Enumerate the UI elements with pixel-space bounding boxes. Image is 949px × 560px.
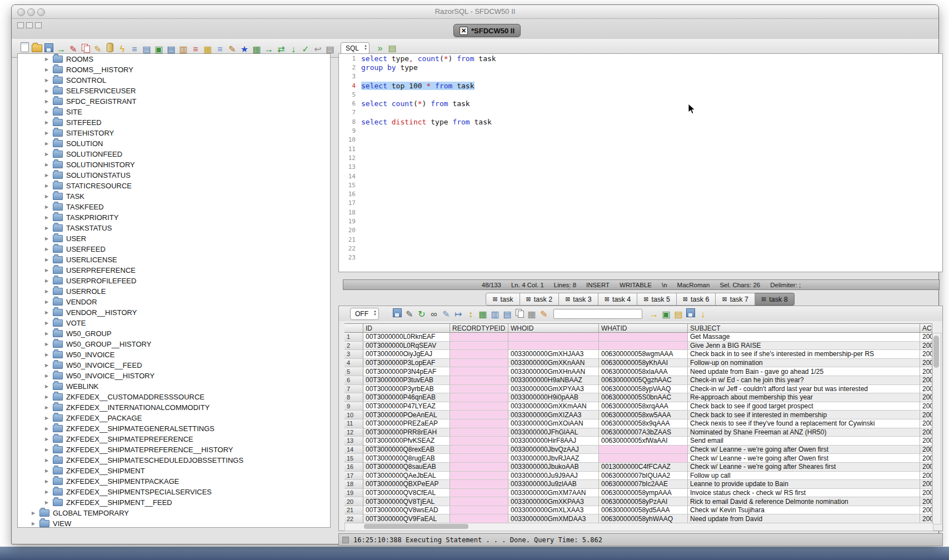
scrollbar-thumb[interactable] <box>364 524 468 529</box>
disclosure-triangle-icon[interactable]: ▶ <box>43 247 50 252</box>
cell-recordtypeid[interactable] <box>450 446 508 454</box>
save-file-icon[interactable] <box>43 42 55 54</box>
cell-id[interactable]: 00T3000000P3yrbEAB <box>363 385 450 394</box>
close-tab-icon[interactable]: ⊠ <box>492 296 497 303</box>
translate-icon[interactable]: » <box>374 42 386 54</box>
cell-recordtypeid[interactable] <box>450 419 508 428</box>
cell-subject[interactable]: Check w/ Leanne - we're going after Owen… <box>688 446 920 454</box>
cell-whatid[interactable] <box>599 454 688 463</box>
tree-item[interactable]: ▶W50_INVOICE__HISTORY <box>18 371 330 381</box>
cell-recordtypeid[interactable] <box>450 463 508 472</box>
tree-item[interactable]: ▶ZKFEDEX__SHIPMENT__FEED <box>18 497 330 508</box>
disclosure-triangle-icon[interactable]: ▶ <box>43 405 50 410</box>
disclosure-triangle-icon[interactable]: ▶ <box>43 162 50 167</box>
cell-ac[interactable]: 200 <box>920 367 932 376</box>
table-row[interactable]: 800T3000000P46qnEAB0033000000H9i0pAAB006… <box>344 393 932 402</box>
cell-whatid[interactable]: 006300000058xrqAAA <box>599 402 688 411</box>
edit-export-icon[interactable]: ▤ <box>672 308 685 321</box>
cell-id[interactable]: 00T3000000QV8wsEAD <box>363 506 450 515</box>
edit-results-icon[interactable]: ✎ <box>403 308 416 321</box>
editor-line[interactable]: 11 <box>339 144 942 153</box>
column-header-recordtypeid[interactable]: RECORDTYPEID <box>450 323 508 333</box>
cell-subject[interactable]: Send email <box>688 437 920 446</box>
cell-ac[interactable]: 200 <box>920 480 932 489</box>
disclosure-triangle-icon[interactable]: ▶ <box>43 310 50 315</box>
cell-id[interactable]: 00T3000000PREZaEAP <box>363 419 450 428</box>
frame-minimize-icon[interactable] <box>26 22 33 28</box>
tree-item[interactable]: ▶TASKPRIORITY <box>18 212 330 223</box>
disclosure-triangle-icon[interactable]: ▶ <box>43 152 50 157</box>
disclosure-triangle-icon[interactable]: ▶ <box>43 289 50 294</box>
cell-ac[interactable]: 200 <box>920 411 932 419</box>
cell-whatid[interactable] <box>599 333 688 342</box>
disclosure-triangle-icon[interactable]: ▶ <box>43 257 50 262</box>
cell-whatid[interactable]: 00630000007bIQUAA2 <box>599 472 688 481</box>
cell-recordtypeid[interactable] <box>450 367 508 376</box>
disclosure-triangle-icon[interactable]: ▶ <box>30 521 37 526</box>
cell-recordtypeid[interactable] <box>450 402 508 411</box>
editor-line[interactable]: 7 <box>339 108 942 117</box>
editor-line[interactable]: 16 <box>339 189 942 198</box>
tree-item[interactable]: ▶ZKFEDEX__SHIPMATESCHEDULEDJOBSSETTINGS <box>18 455 330 466</box>
cell-whoid[interactable]: 0033000000GmXHJAA3 <box>508 350 599 359</box>
table-row[interactable]: 600T3000000P3tuvEAB0033000000H9aNBAAZ006… <box>344 376 932 385</box>
tree-item[interactable]: ▶VIEW <box>18 518 330 528</box>
highlight-brush-icon[interactable]: ✎ <box>538 308 550 321</box>
result-tab-task[interactable]: ⊠task <box>486 293 520 306</box>
editor-line[interactable]: 12 <box>339 153 942 162</box>
editor-line[interactable]: 13 <box>339 163 942 172</box>
table-row[interactable]: 2100T3000000QV8wsEAD0033000000GmXLXAA300… <box>344 506 932 515</box>
cell-whoid[interactable]: 0033000000Ju9J9AAJ <box>508 472 599 481</box>
cell-recordtypeid[interactable] <box>450 411 508 419</box>
cell-subject[interactable]: Check w/ Leanne - we're going after Owen… <box>688 454 920 463</box>
tree-item[interactable]: ▶W50_GROUP__HISTORY <box>18 339 330 349</box>
cell-whoid[interactable]: 0033000000H9aNBAAZ <box>508 376 599 385</box>
cell-ac[interactable]: 200 <box>920 514 932 523</box>
new-file-icon[interactable] <box>18 41 31 53</box>
result-tab-task-7[interactable]: ⊠task 7 <box>716 293 755 306</box>
cell-recordtypeid[interactable] <box>450 428 508 437</box>
column-header-whatid[interactable]: WHATID <box>599 323 688 333</box>
tree-item[interactable]: ▶USER <box>18 233 330 244</box>
close-tab-icon[interactable]: ⊠ <box>761 296 766 303</box>
cell-whatid[interactable] <box>599 446 688 454</box>
results-search-input[interactable] <box>553 309 642 319</box>
cell-subject[interactable]: Invoice status check - check w/ RS first <box>688 489 920 498</box>
disclosure-triangle-icon[interactable]: ▶ <box>43 384 50 389</box>
cell-recordtypeid[interactable] <box>450 506 508 515</box>
disclosure-triangle-icon[interactable]: ▶ <box>43 88 50 93</box>
table-row[interactable]: 500T3000000P3N4pEAF0033000000GmXHnAAN006… <box>344 367 932 376</box>
tree-item[interactable]: ▶VOTE <box>18 318 330 328</box>
insert-row-icon[interactable]: ↦ <box>452 308 464 321</box>
table-row[interactable]: 1500T3000000Q8rugEAB0033000000JbvRJAAZCh… <box>344 454 932 463</box>
disclosure-triangle-icon[interactable]: ▶ <box>43 331 50 336</box>
close-document-icon[interactable]: ✕ <box>459 27 468 35</box>
editor-line[interactable]: 3 <box>339 72 942 81</box>
cell-subject[interactable]: Give Jenn a BIG RAISE <box>688 342 920 351</box>
tree-item[interactable]: ▶ZKFEDEX__SHIPMATEPREFERENCE__HISTORY <box>18 444 330 455</box>
cell-id[interactable]: 00T3000000QV8CfEAL <box>363 489 450 498</box>
cell-recordtypeid[interactable] <box>450 437 508 446</box>
tree-item[interactable]: ▶USERLICENSE <box>18 254 330 265</box>
disclosure-triangle-icon[interactable]: ▶ <box>43 373 50 378</box>
cell-id[interactable]: 00T3000000L0RqSEAV <box>363 342 450 351</box>
column-header-subject[interactable]: SUBJECT <box>688 323 920 333</box>
cell-whoid[interactable]: 0033000000JFhGlAAL <box>508 428 599 437</box>
cell-whoid[interactable]: 0033000000GmXLXAA3 <box>508 506 599 515</box>
cell-ac[interactable]: 200 <box>920 333 932 342</box>
cell-id[interactable]: 00T3000000Q8rexEAB <box>363 446 450 454</box>
autocommit-select[interactable]: OFF ▲▼ <box>350 308 379 320</box>
cell-recordtypeid[interactable] <box>450 514 508 523</box>
cell-id[interactable]: 00T3000000QBXPeEAP <box>363 480 450 489</box>
download-column-icon[interactable]: ↓ <box>697 308 709 321</box>
window-titlebar[interactable]: RazorSQL - SFDCW50 II <box>12 5 938 19</box>
table-row[interactable]: 300T3000000OiyJgEAJ0033000000GmXHJAA3006… <box>344 350 932 359</box>
disclosure-triangle-icon[interactable]: ▶ <box>43 299 50 304</box>
disclosure-triangle-icon[interactable]: ▶ <box>43 141 50 146</box>
cell-whatid[interactable]: 00630000005QgzhAAC <box>599 376 688 385</box>
disclosure-triangle-icon[interactable]: ▶ <box>43 204 50 209</box>
cell-ac[interactable]: 200 <box>920 385 932 394</box>
cell-subject[interactable]: Need update from Bain - gave go ahead 1/… <box>688 367 920 376</box>
editor-line[interactable]: 2group by type <box>339 63 942 72</box>
disclosure-triangle-icon[interactable]: ▶ <box>43 321 50 326</box>
